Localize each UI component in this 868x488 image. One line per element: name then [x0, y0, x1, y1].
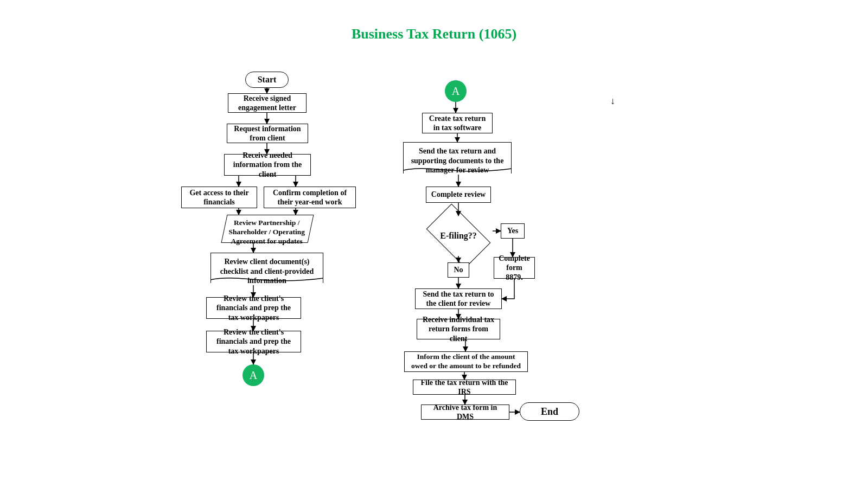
- decision-efiling-label: E-filing??: [440, 231, 477, 241]
- process-get-financials-access: Get access to their financials: [181, 187, 257, 208]
- decision-no-label-box: No: [448, 262, 469, 278]
- decision-yes-label-box: Yes: [501, 223, 525, 239]
- page-title: Business Tax Return (1065): [0, 26, 868, 42]
- process-prep-workpapers-2: Review the client's financials and prep …: [206, 331, 301, 352]
- data-review-agreement-label: Review Partnership / Shareholder / Opera…: [224, 215, 310, 249]
- process-inform-client-amount: Inform the client of the amount owed or …: [404, 351, 528, 372]
- document-review-checklist: Review client document(s) checklist and …: [210, 253, 323, 283]
- decision-efiling: E-filing??: [420, 211, 496, 260]
- process-create-return: Create tax return in tax software: [422, 113, 493, 133]
- process-prep-workpapers-1: Review the client's financials and prep …: [206, 297, 301, 319]
- stray-arrow-icon: ↓: [610, 95, 615, 107]
- process-file-with-irs: File the tax return with the IRS: [413, 380, 516, 395]
- process-form-8879: Complete form 8879.: [494, 257, 535, 279]
- process-receive-info: Receive needed information from the clie…: [224, 154, 311, 176]
- connector-a-in: A: [445, 80, 467, 102]
- process-confirm-year-end: Confirm completion of their year-end wor…: [264, 187, 356, 208]
- process-request-info: Request information from client: [227, 124, 308, 143]
- start-terminator: Start: [245, 72, 289, 88]
- process-complete-review: Complete review: [426, 187, 491, 203]
- process-receive-engagement-letter: Receive signed engagement letter: [228, 93, 307, 113]
- data-review-agreement: Review Partnership / Shareholder / Opera…: [221, 215, 314, 243]
- process-receive-forms: Receive individual tax return forms from…: [417, 319, 500, 339]
- process-send-to-client: Send the tax return to the client for re…: [415, 288, 502, 309]
- end-terminator: End: [520, 402, 579, 421]
- process-archive-dms: Archive tax form in DMS: [421, 404, 509, 420]
- connector-a-out: A: [242, 364, 264, 386]
- document-send-to-manager: Send the tax return and supporting docum…: [403, 142, 512, 174]
